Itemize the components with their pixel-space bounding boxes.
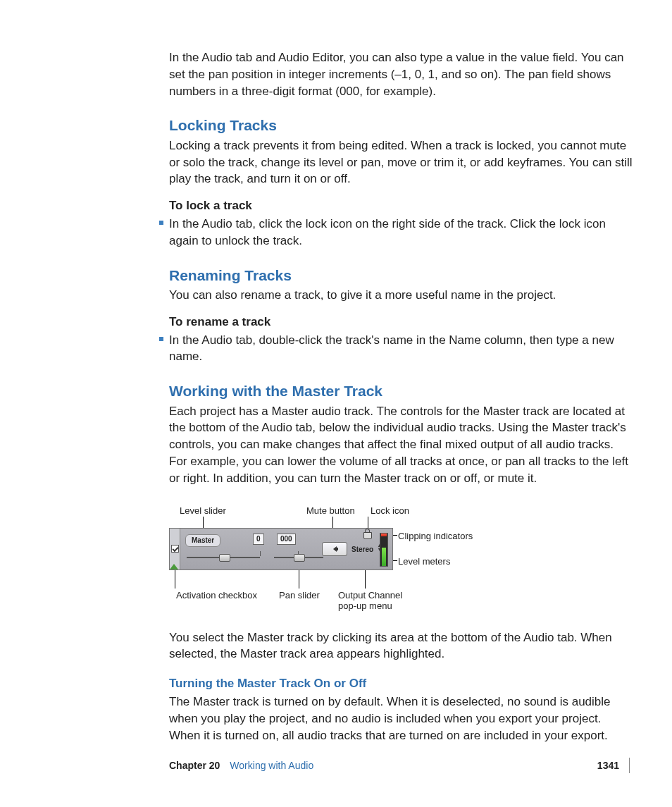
heading-master-track: Working with the Master Track	[169, 381, 634, 401]
level-value-field[interactable]: 0	[253, 534, 264, 545]
master-track-figure: Level slider Mute button Lock icon Clipp…	[169, 500, 634, 612]
activation-checkbox[interactable]	[171, 545, 179, 553]
subheading-turning-master: Turning the Master Track On or Off	[169, 675, 634, 692]
heading-locking-tracks: Locking Tracks	[169, 115, 634, 135]
level-meter	[380, 533, 388, 567]
master-label: Master	[185, 534, 220, 547]
label-mute-button: Mute button	[306, 505, 355, 517]
locking-paragraph: Locking a track prevents it from being e…	[169, 137, 634, 187]
output-channel-menu[interactable]: Stereo	[351, 545, 373, 555]
label-activation: Activation checkbox	[176, 590, 257, 601]
page-footer: Chapter 20 Working with Audio 1341	[169, 758, 630, 773]
mute-button[interactable]	[322, 542, 347, 556]
label-output-channel-1: Output Channel	[338, 590, 402, 601]
pan-slider-knob[interactable]	[294, 554, 305, 562]
heading-renaming-tracks: Renaming Tracks	[169, 265, 634, 285]
footer-title: Working with Audio	[230, 760, 313, 771]
intro-paragraph: In the Audio tab and Audio Editor, you c…	[169, 49, 634, 99]
label-lock-icon: Lock icon	[371, 505, 409, 517]
bullet-icon	[159, 221, 163, 225]
after-figure-paragraph: You select the Master track by clicking …	[169, 629, 634, 663]
label-clipping: Clipping indicators	[398, 531, 473, 542]
lock-bullet-text: In the Audio tab, click the lock icon on…	[169, 216, 634, 250]
footer-chapter: Chapter 20	[169, 760, 220, 771]
label-level-slider: Level slider	[180, 505, 226, 517]
label-pan-slider: Pan slider	[279, 590, 320, 601]
pan-value-field[interactable]: 000	[277, 534, 296, 545]
corner-icon	[170, 564, 178, 569]
turning-paragraph: The Master track is turned on by default…	[169, 694, 634, 744]
footer-page-number: 1341	[597, 760, 619, 771]
label-output-channel-2: pop-up menu	[338, 600, 392, 612]
subheading-to-rename: To rename a track	[169, 314, 634, 331]
bullet-icon	[159, 337, 163, 341]
master-track-panel: Master 0 000 Stereo ▲▼	[169, 528, 393, 570]
level-slider-knob[interactable]	[219, 554, 230, 562]
panel-gutter	[170, 529, 180, 569]
master-paragraph: Each project has a Master audio track. T…	[169, 403, 634, 487]
speaker-icon	[333, 546, 337, 552]
rename-bullet-text: In the Audio tab, double-click the track…	[169, 332, 634, 366]
clipping-indicator	[381, 534, 387, 536]
subheading-to-lock: To lock a track	[169, 197, 634, 214]
label-level-meters: Level meters	[398, 556, 450, 567]
lock-icon[interactable]	[363, 532, 372, 539]
renaming-paragraph: You can also rename a track, to give it …	[169, 287, 634, 304]
